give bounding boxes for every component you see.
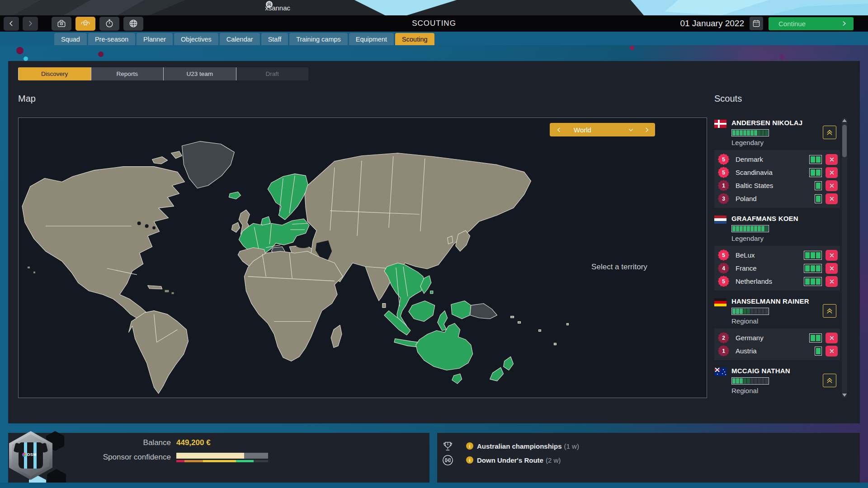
scout-header[interactable]: GRAAFMANS KOEN Legendary [714, 213, 840, 246]
nav-tab-label: Staff [268, 36, 282, 43]
close-icon [829, 335, 835, 341]
territory-row[interactable]: 4 France [718, 262, 838, 275]
territory-name: Poland [736, 195, 815, 202]
scout-skill-bar [731, 225, 769, 232]
nav-tab-calendar[interactable]: Calendar [220, 33, 260, 45]
territory-row[interactable]: 1 Baltic States [718, 179, 838, 192]
top-band: xsannac [0, 0, 868, 15]
event-row[interactable]: i Down Under's Route (2 w) [441, 453, 561, 467]
territory-row[interactable]: 5 Netherlands [718, 275, 838, 288]
territory-intensity-icon[interactable] [815, 194, 822, 203]
territory-stars-badge: 5 [718, 167, 729, 178]
remove-territory-button[interactable] [826, 263, 838, 274]
remove-territory-button[interactable] [826, 167, 838, 178]
territory-intensity-icon[interactable] [809, 333, 822, 343]
scroll-down-arrow[interactable] [842, 394, 847, 397]
scout-block[interactable]: MCCAIG NATHAN Regional [714, 366, 840, 398]
remove-territory-button[interactable] [826, 193, 838, 204]
remove-territory-button[interactable] [826, 346, 838, 357]
event-label: Down Under's Route [477, 456, 543, 464]
calendar-icon[interactable] [750, 17, 763, 30]
territory-stars-badge: 5 [718, 249, 729, 261]
territory-intensity-icon[interactable] [804, 264, 822, 273]
promote-scout-button[interactable] [823, 126, 836, 139]
territory-row[interactable]: 5 BeLux [718, 249, 838, 262]
scrollbar-thumb[interactable] [842, 125, 847, 157]
territory-row[interactable]: 1 Austria [718, 344, 838, 357]
event-row[interactable]: 1 i Australian championships (1 w) [441, 439, 579, 453]
team-logo: DSM [22, 452, 37, 457]
territory-selector[interactable]: World [550, 123, 655, 136]
nav-tab-pre-season[interactable]: Pre-season [88, 33, 135, 45]
remove-territory-button[interactable] [826, 333, 838, 343]
world-map-svg[interactable] [19, 118, 707, 398]
remove-territory-button[interactable] [826, 154, 838, 165]
subtab-discovery[interactable]: Discovery [18, 67, 91, 80]
nav-tab-objectives[interactable]: Objectives [174, 33, 218, 45]
territory-next-icon[interactable] [644, 127, 650, 133]
world-map[interactable]: World Select a territory [18, 117, 707, 398]
territory-intensity-icon[interactable] [815, 347, 822, 356]
scrollbar-track[interactable] [842, 117, 847, 398]
scouts-heading: Scouts [714, 94, 742, 104]
territory-intensity-icon[interactable] [815, 181, 822, 190]
remove-territory-button[interactable] [826, 276, 838, 287]
scouts-scrollbar[interactable] [842, 117, 847, 398]
sponsor-confidence-label: Sponsor confidence [80, 453, 171, 462]
territory-selector-value: World [574, 126, 628, 134]
nav-tab-training-camps[interactable]: Training camps [289, 33, 348, 45]
chevron-down-icon[interactable] [628, 127, 634, 133]
territory-stars-value: 1 [722, 183, 725, 189]
info-icon[interactable] [364, 3, 373, 12]
scroll-up-arrow[interactable] [842, 119, 847, 122]
continue-label: Continue [778, 20, 841, 28]
territory-row[interactable]: 5 Scandinavia [718, 166, 838, 179]
scout-block[interactable]: ANDERSEN NIKOLAJ Legendary 5 Denmark [714, 117, 840, 208]
nav-tab-staff[interactable]: Staff [261, 33, 288, 45]
nav-tab-scouting[interactable]: Scouting [395, 33, 434, 45]
scout-flag-icon [714, 120, 726, 128]
territory-row[interactable]: 5 Denmark [718, 153, 838, 166]
territory-stars-value: 4 [722, 265, 725, 272]
continue-button[interactable]: Continue [769, 17, 854, 30]
scout-header[interactable]: ANDERSEN NIKOLAJ Legendary [714, 117, 840, 150]
scout-block[interactable]: HANSELMANN RAINER Regional 2 Germany [714, 296, 840, 360]
scout-header[interactable]: MCCAIG NATHAN Regional [714, 366, 840, 398]
nav-tab-planner[interactable]: Planner [137, 33, 173, 45]
territory-intensity-icon[interactable] [804, 277, 822, 286]
territory-row[interactable]: 3 Poland [718, 192, 838, 205]
territory-name: Germany [736, 334, 809, 342]
team-finance-panel: DSM Balance 449,200 € Sponsor confidence [8, 433, 429, 483]
territory-intensity-icon[interactable] [809, 168, 822, 177]
promote-scout-button[interactable] [823, 374, 836, 387]
subtab-reports[interactable]: Reports [91, 67, 164, 80]
scout-flag-icon [714, 216, 726, 224]
scout-level: Regional [731, 387, 840, 394]
scout-header[interactable]: HANSELMANN RAINER Regional [714, 296, 840, 328]
scout-skill-bar [731, 129, 769, 136]
home-icon[interactable] [323, 3, 332, 12]
promote-scout-button[interactable] [823, 304, 836, 318]
event-info-icon[interactable]: i [466, 456, 473, 464]
bell-icon[interactable] [302, 3, 311, 12]
subtab-draft[interactable]: Draft [236, 67, 309, 80]
nav-tab-label: Pre-season [95, 36, 128, 43]
territory-intensity-icon[interactable] [809, 155, 822, 164]
territory-stars-badge: 1 [718, 180, 729, 191]
territory-row[interactable]: 2 Germany [718, 331, 838, 344]
subtab-u23-team[interactable]: U23 team [163, 67, 236, 80]
power-icon[interactable] [385, 3, 394, 12]
remove-territory-button[interactable] [826, 180, 838, 191]
territory-prev-icon[interactable] [556, 127, 562, 133]
territory-intensity-icon[interactable] [804, 251, 822, 260]
event-info-icon[interactable]: i [466, 442, 473, 450]
scout-flag-icon [714, 298, 726, 306]
settings-icon[interactable] [344, 3, 353, 12]
nav-tab-squad[interactable]: Squad [54, 33, 87, 45]
remove-territory-button[interactable] [826, 250, 838, 261]
nav-tab-equipment[interactable]: Equipment [349, 33, 394, 45]
decor-dot [24, 56, 28, 61]
territory-rows: 5 BeLux 4 France [714, 246, 840, 291]
scout-block[interactable]: GRAAFMANS KOEN Legendary 5 BeLux [714, 213, 840, 291]
decor-dot [98, 52, 104, 57]
